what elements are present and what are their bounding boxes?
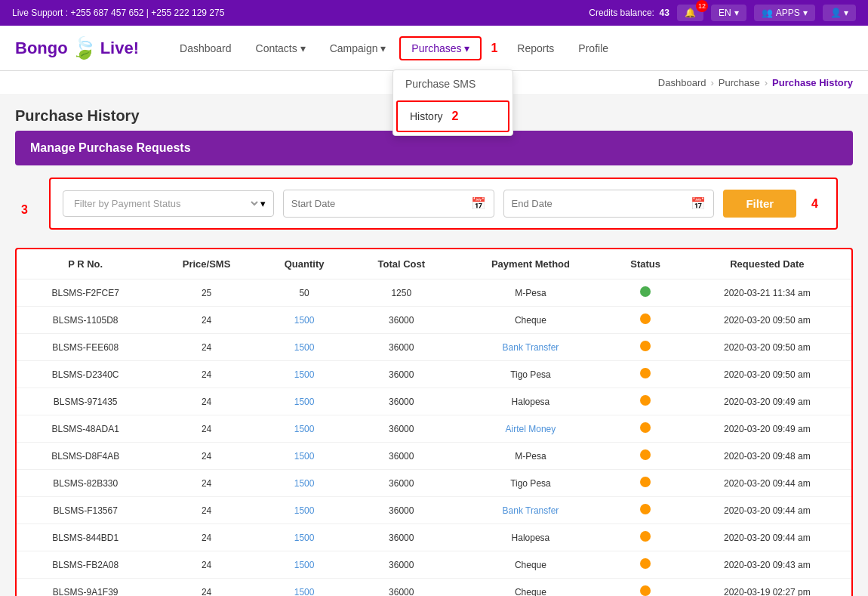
cell-method: Halopesa	[453, 388, 608, 415]
cell-price: 24	[154, 497, 259, 524]
annotation-1: 1	[491, 42, 497, 55]
cell-date: 2020-03-20 09:50 am	[683, 334, 851, 361]
cell-total: 36000	[349, 415, 453, 443]
cell-date: 2020-03-20 09:44 am	[683, 497, 851, 524]
cell-qty[interactable]: 1500	[259, 307, 350, 334]
cell-qty[interactable]: 1500	[259, 551, 350, 579]
col-method: Payment Method	[453, 249, 608, 279]
cell-price: 24	[154, 579, 259, 597]
end-date-field[interactable]: 📅	[503, 190, 715, 218]
end-calendar-icon[interactable]: 📅	[691, 196, 706, 211]
cell-date: 2020-03-20 09:44 am	[683, 470, 851, 497]
start-date-field[interactable]: 📅	[283, 190, 494, 218]
dropdown-history[interactable]: History 2	[396, 100, 509, 132]
cell-price: 24	[154, 388, 259, 415]
nav-bar: Bongo 🍃 Live! Dashboard Contacts ▾ Campa…	[0, 26, 868, 71]
col-date: Requested Date	[683, 249, 851, 279]
table-row: BLSMS-1105D8 24 1500 36000 Cheque 2020-0…	[17, 307, 851, 334]
cell-qty[interactable]: 1500	[259, 470, 350, 497]
cell-qty[interactable]: 1500	[259, 415, 350, 443]
nav-reports[interactable]: Reports	[506, 36, 565, 60]
cell-status	[608, 388, 683, 415]
logo: Bongo 🍃 Live!	[15, 36, 139, 60]
cell-qty[interactable]: 1500	[259, 579, 350, 597]
cell-total: 36000	[349, 524, 453, 551]
cell-total: 1250	[349, 279, 453, 307]
cell-total: 36000	[349, 388, 453, 415]
table-row: BLSMS-9A1F39 24 1500 36000 Cheque 2020-0…	[17, 579, 851, 597]
table-row: BLSMS-82B330 24 1500 36000 Tigo Pesa 202…	[17, 470, 851, 497]
apps-button[interactable]: 👥 APPS ▾	[754, 5, 815, 21]
nav-purchases[interactable]: Purchases ▾	[399, 36, 482, 60]
cell-qty[interactable]: 1500	[259, 497, 350, 524]
table-row: BLSMS-D2340C 24 1500 36000 Tigo Pesa 202…	[17, 361, 851, 388]
cell-price: 25	[154, 279, 259, 307]
annotation-2: 2	[451, 110, 458, 122]
cell-total: 36000	[349, 497, 453, 524]
end-date-input[interactable]	[512, 198, 691, 209]
annotation-3: 3	[21, 203, 28, 217]
payment-status-filter[interactable]: Filter by Payment Status Pending Complet…	[63, 190, 274, 217]
cell-status	[608, 334, 683, 361]
nav-contacts[interactable]: Contacts ▾	[245, 36, 316, 60]
start-date-input[interactable]	[291, 198, 471, 209]
cell-pr-no: BLSMS-F2FCE7	[17, 279, 154, 307]
dropdown-purchase-sms[interactable]: Purchase SMS	[393, 70, 512, 97]
nav-profile[interactable]: Profile	[568, 36, 619, 60]
cell-qty[interactable]: 1500	[259, 388, 350, 415]
col-price: Price/SMS	[154, 249, 259, 279]
start-calendar-icon[interactable]: 📅	[471, 196, 486, 211]
cell-status	[608, 361, 683, 388]
table-row: BLSMS-971435 24 1500 36000 Halopesa 2020…	[17, 388, 851, 415]
cell-date: 2020-03-20 09:50 am	[683, 307, 851, 334]
status-dot-orange	[640, 449, 651, 460]
cell-pr-no: BLSMS-FB2A08	[17, 551, 154, 579]
payment-status-select[interactable]: Filter by Payment Status Pending Complet…	[71, 197, 260, 210]
cell-price: 24	[154, 307, 259, 334]
logo-text: Bongo	[15, 39, 68, 58]
cell-total: 36000	[349, 361, 453, 388]
cell-status	[608, 279, 683, 307]
cell-status	[608, 579, 683, 597]
cell-qty[interactable]: 1500	[259, 334, 350, 361]
cell-method[interactable]: Bank Transfer	[453, 334, 608, 361]
breadcrumb-purchase[interactable]: Purchase	[719, 77, 760, 88]
user-button[interactable]: 👤 ▾	[823, 5, 856, 21]
cell-price: 24	[154, 443, 259, 470]
filter-button[interactable]: Filter	[723, 190, 796, 218]
cell-date: 2020-03-20 09:49 am	[683, 415, 851, 443]
language-button[interactable]: EN ▾	[711, 5, 746, 21]
col-status: Status	[608, 249, 683, 279]
cell-date: 2020-03-20 09:44 am	[683, 524, 851, 551]
cell-date: 2020-03-20 09:43 am	[683, 551, 851, 579]
status-dot-orange	[640, 504, 651, 514]
nav-dashboard[interactable]: Dashboard	[169, 36, 242, 60]
purchase-table: P R No. Price/SMS Quantity Total Cost Pa…	[17, 249, 851, 596]
notifications-button[interactable]: 🔔 12	[677, 5, 703, 21]
cell-method: Halopesa	[453, 524, 608, 551]
cell-qty: 50	[259, 279, 350, 307]
table-row: BLSMS-F2FCE7 25 50 1250 M-Pesa 2020-03-2…	[17, 279, 851, 307]
cell-qty[interactable]: 1500	[259, 361, 350, 388]
logo-leaf: 🍃	[71, 36, 97, 60]
support-text: Live Support : +255 687 457 652 | +255 2…	[12, 8, 224, 18]
filter-section: Filter by Payment Status Pending Complet…	[49, 178, 838, 230]
cell-method[interactable]: Bank Transfer	[453, 497, 608, 524]
nav-campaign[interactable]: Campaign ▾	[319, 36, 397, 60]
notification-badge: 12	[696, 0, 708, 12]
main-content: P R No. Price/SMS Quantity Total Cost Pa…	[0, 248, 868, 596]
breadcrumb-dashboard[interactable]: Dashboard	[658, 77, 706, 88]
cell-price: 24	[154, 361, 259, 388]
cell-total: 36000	[349, 579, 453, 597]
cell-qty[interactable]: 1500	[259, 524, 350, 551]
cell-qty[interactable]: 1500	[259, 443, 350, 470]
status-dot-orange	[640, 395, 651, 406]
cell-total: 36000	[349, 551, 453, 579]
cell-pr-no: BLSMS-D2340C	[17, 361, 154, 388]
purchase-table-wrap: P R No. Price/SMS Quantity Total Cost Pa…	[15, 248, 853, 596]
cell-date: 2020-03-20 09:49 am	[683, 388, 851, 415]
col-pr-no: P R No.	[17, 249, 154, 279]
cell-method[interactable]: Airtel Money	[453, 415, 608, 443]
col-qty: Quantity	[259, 249, 350, 279]
cell-price: 24	[154, 524, 259, 551]
